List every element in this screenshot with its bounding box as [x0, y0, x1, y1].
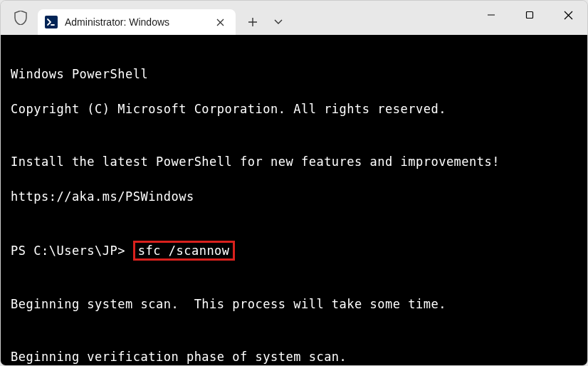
- active-tab[interactable]: Administrator: Windows: [38, 9, 236, 35]
- window-controls: [472, 1, 587, 29]
- maximize-button[interactable]: [510, 1, 549, 29]
- terminal-line: Beginning verification phase of system s…: [11, 348, 577, 366]
- tab-close-button[interactable]: [213, 15, 227, 29]
- tab-dropdown-button[interactable]: [266, 9, 291, 35]
- close-button[interactable]: [549, 1, 587, 29]
- terminal-line: https://aka.ms/PSWindows: [11, 188, 577, 206]
- minimize-button[interactable]: [472, 1, 510, 29]
- terminal-output[interactable]: Windows PowerShell Copyright (C) Microso…: [1, 35, 587, 366]
- terminal-line: Beginning system scan. This process will…: [11, 296, 577, 313]
- shield-icon: [14, 11, 28, 25]
- powershell-icon: [45, 16, 58, 28]
- terminal-prompt-line: PS C:\Users\JP> sfc /scannow: [11, 241, 577, 261]
- tab-title: Administrator: Windows: [65, 16, 207, 28]
- new-tab-button[interactable]: [240, 9, 266, 35]
- terminal-line: Copyright (C) Microsoft Corporation. All…: [11, 100, 577, 118]
- terminal-line: Install the latest PowerShell for new fe…: [11, 153, 577, 171]
- command-highlight: sfc /scannow: [133, 241, 235, 261]
- svg-rect-6: [527, 12, 533, 19]
- titlebar: Administrator: Windows: [1, 1, 587, 35]
- terminal-line: Windows PowerShell: [11, 66, 577, 83]
- prompt: PS C:\Users\JP>: [11, 244, 133, 258]
